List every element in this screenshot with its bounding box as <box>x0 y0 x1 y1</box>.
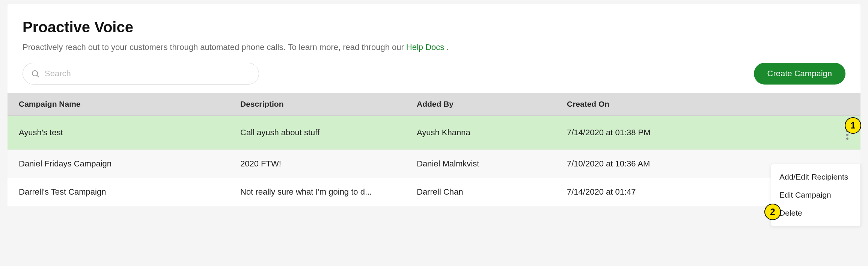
annotation-marker-2: 2 <box>764 204 781 220</box>
svg-point-0 <box>32 71 38 76</box>
search-icon <box>31 69 40 78</box>
page-title: Proactive Voice <box>23 19 845 36</box>
cell-description: Not really sure what I'm going to d... <box>233 178 409 206</box>
cell-name: Daniel Fridays Campaign <box>8 150 233 178</box>
row-actions-dropdown: Add/Edit Recipients Edit Campaign Delete <box>771 164 861 226</box>
svg-line-1 <box>37 76 39 77</box>
dropdown-edit-campaign[interactable]: Edit Campaign <box>771 186 860 204</box>
page-subtitle: Proactively reach out to your customers … <box>23 42 845 52</box>
campaigns-table: Campaign Name Description Added By Creat… <box>8 93 860 206</box>
table-row[interactable]: Daniel Fridays Campaign 2020 FTW! Daniel… <box>8 150 860 178</box>
search-input[interactable] <box>23 63 259 85</box>
annotation-marker-1: 1 <box>845 117 861 134</box>
col-header-created-on: Created On <box>559 93 834 116</box>
cell-added-by: Daniel Malmkvist <box>409 150 559 178</box>
subtitle-text: Proactively reach out to your customers … <box>23 42 404 52</box>
subtitle-suffix: . <box>446 42 449 52</box>
table-header-row: Campaign Name Description Added By Creat… <box>8 93 860 116</box>
cell-added-by: Darrell Chan <box>409 178 559 206</box>
col-header-name: Campaign Name <box>8 93 233 116</box>
col-header-description: Description <box>233 93 409 116</box>
dropdown-add-edit-recipients[interactable]: Add/Edit Recipients <box>771 168 860 186</box>
create-campaign-button[interactable]: Create Campaign <box>754 63 845 85</box>
cell-description: 2020 FTW! <box>233 150 409 178</box>
col-header-added-by: Added By <box>409 93 559 116</box>
cell-name: Ayush's test <box>8 116 233 150</box>
table-row[interactable]: Ayush's test Call ayush about stuff Ayus… <box>8 116 860 150</box>
cell-name: Darrell's Test Campaign <box>8 178 233 206</box>
col-header-actions <box>834 93 860 116</box>
search-wrap <box>23 63 259 85</box>
cell-created-on: 7/14/2020 at 01:38 PM <box>559 116 834 150</box>
help-docs-link[interactable]: Help Docs <box>406 42 444 52</box>
table-row[interactable]: Darrell's Test Campaign Not really sure … <box>8 178 860 206</box>
cell-description: Call ayush about stuff <box>233 116 409 150</box>
cell-added-by: Ayush Khanna <box>409 116 559 150</box>
main-card: Proactive Voice Proactively reach out to… <box>8 4 860 206</box>
dropdown-delete[interactable]: Delete <box>771 204 860 222</box>
toolbar: Create Campaign <box>23 63 845 85</box>
